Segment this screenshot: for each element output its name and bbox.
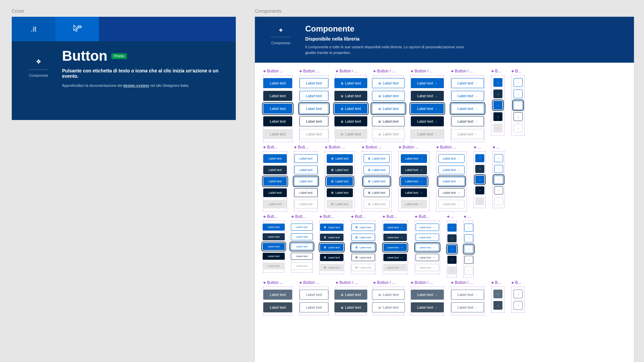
button[interactable]: Label text	[438, 200, 465, 208]
button[interactable]	[475, 197, 484, 205]
button[interactable]: Label text	[401, 188, 427, 197]
button[interactable]: Label text	[411, 129, 444, 139]
variant-title[interactable]: Button / ...	[373, 69, 404, 73]
variant-title[interactable]: Button ...	[299, 69, 329, 73]
button[interactable]: Label text	[438, 177, 465, 186]
button[interactable]: Label text	[334, 104, 368, 114]
button[interactable]	[447, 224, 457, 232]
button[interactable]: Label text	[263, 224, 285, 231]
variant-title[interactable]: Button ...	[299, 280, 329, 285]
button[interactable]	[494, 176, 503, 184]
button[interactable]: Label text	[300, 91, 328, 101]
button[interactable]: Label text	[300, 290, 328, 300]
button[interactable]: Label text	[438, 154, 465, 163]
button[interactable]: Label text	[291, 224, 313, 231]
variant-title[interactable]: ...	[447, 214, 457, 219]
variant-title[interactable]: B...	[511, 69, 525, 73]
button[interactable]: Label text	[334, 129, 368, 139]
button[interactable]: Label text	[294, 188, 318, 197]
variant-title[interactable]: Butt...	[415, 214, 440, 219]
button[interactable]: Label text	[294, 166, 318, 174]
button[interactable]: Label text	[372, 129, 405, 139]
button[interactable]: Label text	[416, 254, 439, 261]
button[interactable]	[464, 256, 473, 264]
button[interactable]: Label text	[263, 91, 292, 101]
variant-title[interactable]: Button ...	[263, 280, 292, 285]
button[interactable]: Label text	[334, 78, 368, 88]
button[interactable]	[494, 197, 503, 205]
variant-title[interactable]: Button / ...	[451, 69, 484, 73]
button[interactable]: Label text	[263, 129, 292, 139]
button[interactable]: Label text	[294, 200, 318, 208]
button[interactable]	[475, 165, 484, 173]
button[interactable]: Label text	[451, 104, 484, 114]
button[interactable]	[475, 176, 484, 184]
variant-title[interactable]: Button / ...	[411, 280, 444, 285]
variant-title[interactable]: Button / ...	[373, 280, 404, 285]
button[interactable]: Label text	[294, 154, 318, 163]
button[interactable]: Label text	[451, 78, 484, 88]
variant-title[interactable]: Butt...	[294, 145, 318, 149]
button[interactable]	[464, 245, 473, 253]
button[interactable]: Label text	[291, 233, 313, 240]
button[interactable]	[494, 154, 503, 162]
button[interactable]: Label text	[320, 224, 343, 231]
button[interactable]: Label text	[352, 254, 375, 261]
variant-title[interactable]: Button / ...	[335, 280, 366, 285]
button[interactable]	[514, 78, 523, 87]
button[interactable]: Label text	[416, 264, 439, 271]
variant-title[interactable]: Button ...	[398, 145, 429, 149]
button[interactable]	[493, 101, 502, 110]
button[interactable]: Label text	[263, 154, 287, 163]
button[interactable]: Label text	[300, 302, 328, 312]
button[interactable]	[514, 89, 523, 98]
button[interactable]	[514, 290, 523, 298]
button[interactable]: Label text	[411, 302, 444, 312]
variant-title[interactable]: Butt...	[263, 214, 284, 219]
button[interactable]	[514, 124, 523, 132]
cover-frame[interactable]: .it ❖ Components Button Pronto	[12, 17, 236, 120]
variant-title[interactable]: Butt...	[382, 214, 408, 219]
button[interactable]: Label text	[372, 302, 405, 312]
button[interactable]: Label text	[263, 200, 287, 208]
variant-title[interactable]: Button / ...	[451, 280, 484, 285]
variant-title[interactable]: Button ...	[362, 145, 392, 149]
button[interactable]: Label text	[320, 244, 343, 251]
button[interactable]: Label text	[411, 78, 444, 88]
button[interactable]: Label text	[334, 91, 368, 101]
button[interactable]: Label text	[372, 290, 405, 300]
button[interactable]: Label text	[411, 116, 444, 126]
button[interactable]: Label text	[352, 224, 375, 231]
button[interactable]: Label text	[416, 244, 439, 251]
button[interactable]: Label text	[451, 302, 484, 312]
button[interactable]: Label text	[364, 166, 390, 174]
variant-title[interactable]: Butt...	[319, 214, 344, 219]
button[interactable]: Label text	[263, 177, 287, 186]
variant-title[interactable]: B...	[491, 280, 504, 285]
button[interactable]: Label text	[263, 253, 285, 260]
button[interactable]	[447, 245, 457, 253]
button[interactable]: Label text	[352, 244, 375, 251]
button[interactable]: Label text	[327, 188, 353, 197]
button[interactable]: Label text	[416, 234, 439, 241]
button[interactable]: Label text	[291, 253, 313, 260]
button[interactable]	[493, 301, 502, 310]
button[interactable]: Label text	[263, 243, 285, 250]
button[interactable]: Label text	[411, 91, 444, 101]
variant-title[interactable]: ...	[464, 214, 474, 219]
components-frame[interactable]: ❖ Components Componente Disponibile nell…	[255, 17, 634, 362]
variant-title[interactable]: Button ...	[263, 69, 292, 73]
button[interactable]: Label text	[451, 116, 484, 126]
button[interactable]: Label text	[263, 233, 285, 240]
button[interactable]: Label text	[327, 177, 353, 186]
button[interactable]: Label text	[291, 243, 313, 250]
variant-title[interactable]: Button ...	[436, 145, 467, 149]
button[interactable]: Label text	[320, 254, 343, 261]
button[interactable]	[493, 78, 502, 87]
variant-title[interactable]: Butt...	[263, 145, 287, 149]
button[interactable]: Label text	[372, 104, 405, 114]
button[interactable]	[494, 165, 503, 173]
button[interactable]: Label text	[300, 104, 328, 114]
variant-title[interactable]: B...	[511, 280, 525, 285]
button[interactable]	[494, 186, 503, 194]
